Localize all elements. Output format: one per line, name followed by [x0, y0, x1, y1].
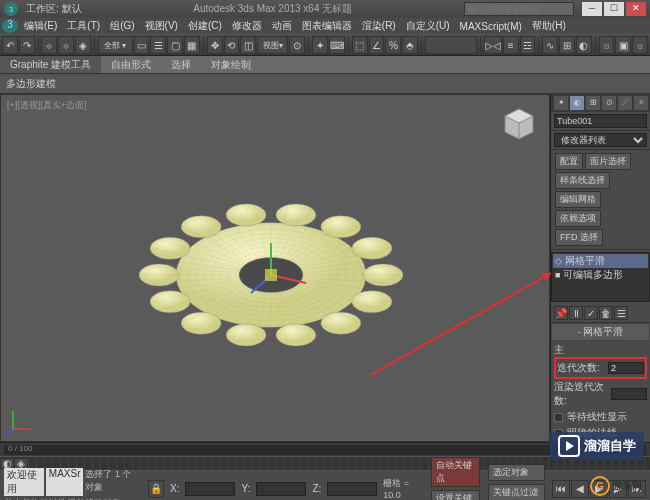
menu-help[interactable]: 帮助(H) — [528, 19, 570, 33]
status-bar: 欢迎使用 MAXSr 选择了 1 个 对象 单击并拖动以选择并移动对象 🔒 X:… — [0, 470, 650, 500]
depend-button[interactable]: 依赖选项 — [555, 210, 601, 227]
scale-button[interactable]: ◫ — [240, 36, 256, 54]
configure-sets-icon[interactable]: ☰ — [614, 306, 628, 320]
tab-freeform[interactable]: 自由形式 — [101, 56, 161, 73]
angle-snap-button[interactable]: ∠ — [369, 36, 385, 54]
menu-tools[interactable]: 工具(T) — [63, 19, 104, 33]
setkey-button[interactable]: 设置关键点 — [431, 490, 480, 500]
stack-meshsmooth[interactable]: ◇ 网格平滑 — [553, 254, 648, 268]
schematic-button[interactable]: ⊞ — [559, 36, 575, 54]
tab-paint[interactable]: 对象绘制 — [201, 56, 261, 73]
window-crossing[interactable]: ▦ — [184, 36, 200, 54]
viewport-label[interactable]: [+][透视][真实+边面] — [7, 99, 87, 112]
selected-filter[interactable]: 选定对象 — [488, 464, 545, 481]
y-coord-input[interactable] — [256, 482, 306, 496]
ffd-sel-button[interactable]: FFD 选择 — [555, 229, 603, 246]
snap-button[interactable]: ⬚ — [352, 36, 368, 54]
select-button[interactable]: ▭ — [134, 36, 150, 54]
create-tab-icon[interactable]: ✦ — [554, 96, 568, 110]
rotate-button[interactable]: ⟲ — [224, 36, 240, 54]
show-end-icon[interactable]: Ⅱ — [569, 306, 583, 320]
menu-render[interactable]: 渲染(R) — [358, 19, 400, 33]
move-button[interactable]: ✥ — [207, 36, 223, 54]
motion-tab-icon[interactable]: ⊙ — [602, 96, 616, 110]
select-filter[interactable]: 全部 ▾ — [98, 36, 133, 54]
object-name-input[interactable] — [554, 114, 647, 128]
menu-create[interactable]: 创建(C) — [184, 19, 226, 33]
edit-mesh-button[interactable]: 编辑网格 — [555, 191, 601, 208]
pin-stack-icon[interactable]: 📌 — [554, 306, 568, 320]
align-button[interactable]: ≡ — [503, 36, 519, 54]
layers-button[interactable]: ☲ — [520, 36, 536, 54]
remove-mod-icon[interactable]: 🗑 — [599, 306, 613, 320]
menu-view[interactable]: 视图(V) — [141, 19, 182, 33]
menu-maxscript[interactable]: MAXScript(M) — [456, 21, 526, 32]
z-coord-input[interactable] — [327, 482, 377, 496]
maxscript-listener[interactable]: MAXSr — [46, 468, 84, 496]
unique-icon[interactable]: ✓ — [584, 306, 598, 320]
curve-editor-button[interactable]: ∿ — [542, 36, 558, 54]
search-input[interactable] — [464, 2, 574, 16]
render-button[interactable]: ☼ — [632, 36, 648, 54]
close-button[interactable]: ✕ — [626, 2, 646, 16]
bind-button[interactable]: ◈ — [75, 36, 91, 54]
autokey-button[interactable]: 自动关键点 — [431, 457, 480, 487]
manipulate-button[interactable]: ✦ — [312, 36, 328, 54]
viewport[interactable]: [+][透视][真实+边面] — [0, 94, 550, 442]
named-sets[interactable] — [425, 36, 477, 54]
menu-customize[interactable]: 自定义(U) — [402, 19, 454, 33]
render-iter-spinner[interactable] — [611, 388, 647, 400]
stack-editpoly[interactable]: ■ 可编辑多边形 — [553, 268, 648, 282]
workspace-selector[interactable]: 工作区: 默认 — [26, 2, 82, 16]
spinner-snap-button[interactable]: ⬘ — [402, 36, 418, 54]
display-tab-icon[interactable]: ☄ — [618, 96, 632, 110]
menu-group[interactable]: 组(G) — [106, 19, 138, 33]
ribbon-panel: 多边形建模 — [0, 74, 650, 94]
render-setup-button[interactable]: ☼ — [599, 36, 615, 54]
hierarchy-tab-icon[interactable]: ⊞ — [586, 96, 600, 110]
iterations-label: 迭代次数: — [557, 361, 606, 375]
material-editor-button[interactable]: ◐ — [576, 36, 592, 54]
center-button[interactable]: ⊙ — [289, 36, 305, 54]
menu-modifiers[interactable]: 修改器 — [228, 19, 266, 33]
app-menu-icon[interactable]: 3 — [2, 19, 18, 33]
refsys-dropdown[interactable]: 视图▾ — [257, 36, 288, 54]
render-frame-button[interactable]: ▣ — [615, 36, 631, 54]
tab-selection[interactable]: 选择 — [161, 56, 201, 73]
link-button[interactable]: ⟐ — [41, 36, 57, 54]
patch-sel-button[interactable]: 面片选择 — [585, 153, 631, 170]
redo-button[interactable]: ↷ — [19, 36, 35, 54]
viewcube[interactable] — [497, 103, 541, 147]
iterations-spinner[interactable] — [608, 362, 644, 374]
select-name-button[interactable]: ☰ — [150, 36, 166, 54]
lock-selection-icon[interactable]: 🔒 — [148, 480, 164, 498]
utilities-tab-icon[interactable]: ✧ — [634, 96, 648, 110]
modifier-list-dropdown[interactable]: 修改器列表 — [554, 133, 647, 147]
goto-start-icon[interactable]: ⏮ — [552, 480, 570, 498]
modify-tab-icon[interactable]: ◐ — [570, 96, 584, 110]
z-label: Z: — [312, 483, 321, 494]
isoline-checkbox[interactable] — [554, 413, 563, 422]
x-coord-input[interactable] — [185, 482, 235, 496]
maximize-button[interactable]: ☐ — [604, 2, 624, 16]
mirror-button[interactable]: ▷◁ — [484, 36, 502, 54]
select-region[interactable]: ▢ — [167, 36, 183, 54]
menu-graph[interactable]: 图表编辑器 — [298, 19, 356, 33]
keyfilter-button[interactable]: 关键点过滤器 — [488, 484, 545, 501]
menu-edit[interactable]: 编辑(E) — [20, 19, 61, 33]
svg-marker-78 — [541, 273, 551, 281]
rollout-meshsmooth[interactable]: - 网格平滑 — [551, 323, 650, 341]
menu-animation[interactable]: 动画 — [268, 19, 296, 33]
selection-status: 选择了 1 个 对象 — [85, 468, 141, 496]
unlink-button[interactable]: ⟐ — [58, 36, 74, 54]
config-button[interactable]: 配置 — [555, 153, 583, 170]
tab-graphite[interactable]: Graphite 建模工具 — [0, 56, 101, 73]
svg-point-16 — [321, 216, 361, 238]
modifier-stack[interactable]: ◇ 网格平滑 ■ 可编辑多边形 — [551, 252, 650, 302]
keyboard-button[interactable]: ⌨ — [329, 36, 345, 54]
spline-sel-button[interactable]: 样条线选择 — [555, 172, 610, 189]
percent-snap-button[interactable]: % — [385, 36, 401, 54]
minimize-button[interactable]: ─ — [582, 2, 602, 16]
undo-button[interactable]: ↶ — [2, 36, 18, 54]
gear-object[interactable] — [131, 175, 411, 375]
